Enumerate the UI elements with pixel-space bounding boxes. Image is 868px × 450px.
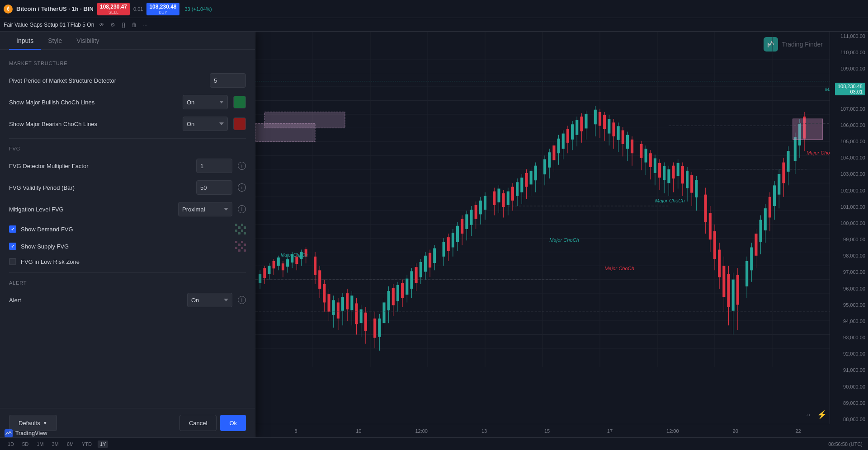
scroll-icon[interactable]: ↔ [803, 409, 814, 420]
eye-icon[interactable]: 👁 [98, 21, 106, 29]
tf-6m[interactable]: 6M [65, 441, 76, 448]
price-level-0: 111,000.00 [833, 33, 865, 39]
tf-3m[interactable]: 3M [49, 441, 61, 448]
demand-pattern-icon[interactable] [235, 224, 246, 234]
svg-rect-60 [314, 257, 316, 275]
svg-rect-176 [603, 115, 606, 129]
svg-rect-50 [286, 259, 289, 267]
alert-info-icon[interactable]: i [238, 296, 246, 304]
fvg-label: FVG [9, 146, 246, 151]
multiplier-info-icon[interactable]: i [238, 162, 246, 170]
svg-rect-116 [452, 233, 454, 248]
price-level-11: 99,000.00 [833, 237, 865, 242]
svg-rect-160 [562, 134, 565, 149]
svg-rect-220 [713, 231, 716, 259]
settings-content: MARKET STRUCTURE Pivot Period of Market … [0, 50, 255, 408]
price-level-8: 102,000.00 [833, 188, 865, 193]
svg-rect-252 [794, 137, 797, 161]
fvg-low-risk-checkbox[interactable] [9, 258, 16, 265]
price-level-17: 93,000.00 [833, 335, 865, 340]
svg-rect-90 [387, 291, 390, 310]
svg-rect-118 [456, 226, 459, 242]
alert-field-label: Alert [9, 297, 182, 304]
time-label-2: 12:00 [390, 428, 453, 434]
price-scale: 111,000.00 110,000.00 109,000.00 108,230… [830, 32, 868, 424]
svg-rect-212 [690, 175, 693, 193]
main-content: Inputs Style Visibility MARKET STRUCTURE… [0, 32, 868, 437]
mitigation-level-row: Mitigation Level FVG Proximal Distal 50%… [9, 202, 246, 216]
bullish-color-swatch[interactable] [233, 96, 246, 108]
svg-rect-110 [433, 248, 436, 263]
footer-buttons: Cancel Ok [179, 415, 246, 431]
bearish-color-swatch[interactable] [233, 117, 246, 130]
defaults-button[interactable]: Defaults ▼ [9, 415, 57, 431]
tab-visibility[interactable]: Visibility [69, 32, 106, 50]
svg-rect-106 [424, 256, 427, 272]
multiplier-label: FVG Detector Multiplier Factor [9, 163, 191, 169]
symbol-name: Bitcoin / TetherUS · 1h · BIN [16, 5, 94, 12]
bearish-choch-select[interactable]: On Off [183, 117, 228, 131]
validity-period-input[interactable] [196, 180, 232, 195]
svg-rect-126 [475, 205, 477, 219]
tf-5d[interactable]: 5D [20, 441, 31, 448]
price-level-18: 92,000.00 [833, 351, 865, 356]
price-level-6: 104,000.00 [833, 155, 865, 160]
time-label-8: 22 [767, 428, 830, 434]
code-icon[interactable]: {} [119, 21, 127, 29]
tf-1d[interactable]: 1D [5, 441, 16, 448]
svg-rect-138 [507, 192, 509, 205]
tf-1m[interactable]: 1M [34, 441, 46, 448]
svg-rect-72 [341, 297, 344, 310]
validity-period-label: FVG Validity Period (Bar) [9, 184, 191, 191]
alert-lightning-icon[interactable]: ⚡ [816, 409, 827, 420]
mitigation-level-select[interactable]: Proximal Distal 50% [178, 202, 232, 216]
svg-rect-224 [722, 266, 725, 297]
price-level-1: 110,000.00 [833, 50, 865, 55]
fvg-low-risk-label: FVG in Low Risk Zone [21, 258, 80, 265]
svg-rect-240 [764, 208, 767, 230]
symbol-logo: ₿ [4, 5, 13, 14]
mitigation-info-icon[interactable]: i [238, 205, 246, 213]
sell-price-box[interactable]: 108,230.47 SELL [97, 3, 130, 15]
divider-1 [9, 138, 246, 139]
price-change-small: 0.01 [133, 6, 143, 12]
pivot-period-input[interactable] [210, 73, 246, 88]
svg-rect-84 [373, 319, 376, 338]
svg-rect-218 [709, 213, 712, 239]
supply-pattern-icon[interactable] [235, 241, 246, 252]
tab-inputs[interactable]: Inputs [9, 32, 41, 50]
svg-rect-42 [268, 266, 270, 274]
bullish-choch-select[interactable]: On Off [183, 95, 228, 109]
ok-button[interactable]: Ok [220, 415, 246, 431]
svg-rect-96 [401, 283, 404, 298]
time-label-4: 15 [516, 428, 579, 434]
buy-price-box[interactable]: 108,230.48 BUY [146, 3, 179, 15]
svg-rect-152 [543, 159, 546, 174]
tf-ytd[interactable]: YTD [80, 441, 94, 448]
show-supply-checkbox[interactable] [9, 243, 16, 250]
svg-rect-86 [378, 319, 381, 337]
current-price-label: 108,230.48 03:01 [835, 83, 865, 95]
svg-rect-66 [328, 294, 330, 312]
time-label-6: 12:00 [641, 428, 704, 434]
svg-rect-222 [718, 250, 721, 277]
svg-rect-200 [663, 166, 665, 180]
validity-period-info-icon[interactable]: i [238, 183, 246, 192]
cancel-button[interactable]: Cancel [179, 415, 217, 431]
settings-icon[interactable]: ⚙ [108, 21, 117, 29]
bullish-choch-label: Show Major Bullish ChoCh Lines [9, 99, 177, 106]
show-demand-checkbox[interactable] [9, 225, 16, 233]
delete-icon[interactable]: 🗑 [130, 21, 138, 29]
svg-rect-232 [745, 261, 748, 286]
tf-1y[interactable]: 1Y [98, 441, 108, 448]
svg-rect-44 [273, 261, 275, 268]
tab-style[interactable]: Style [41, 32, 69, 50]
time-scale: 8 10 12:00 13 15 17 12:00 20 22 [255, 424, 830, 437]
svg-text:Major ChoCh: Major ChoCh [825, 87, 830, 92]
alert-select[interactable]: On Off [187, 293, 232, 307]
price-level-12: 98,000.00 [833, 253, 865, 258]
pivot-period-label: Pivot Period of Market Structure Detecto… [9, 77, 204, 84]
more-icon[interactable]: ··· [141, 21, 149, 29]
tradingview-icon [5, 429, 13, 437]
multiplier-input[interactable] [196, 159, 232, 173]
